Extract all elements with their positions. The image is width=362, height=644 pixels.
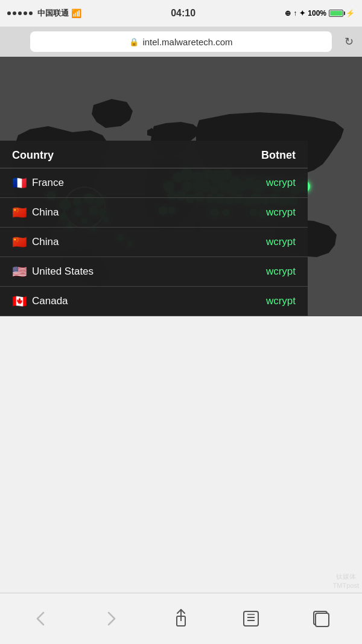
back-button[interactable] <box>23 604 59 634</box>
flag-icon: 🇨🇳 <box>12 205 27 220</box>
url-input[interactable]: 🔒 intel.malwaretech.com <box>30 31 332 52</box>
carrier-label: 中国联通 <box>37 8 69 19</box>
flag-icon: 🇫🇷 <box>12 176 27 190</box>
table-body: 🇫🇷 France wcrypt 🇨🇳 China wcrypt 🇨🇳 Chin… <box>0 168 308 316</box>
row-botnet: wcrypt <box>205 177 296 189</box>
country-name: China <box>32 206 59 218</box>
charging-icon: ⚡ <box>346 9 355 18</box>
table-header: Country Botnet <box>0 141 308 168</box>
clock: 04:10 <box>171 8 195 19</box>
forward-button[interactable] <box>93 604 129 634</box>
share-icon <box>173 609 189 628</box>
country-name: Canada <box>32 295 68 307</box>
row-botnet: wcrypt <box>205 206 296 218</box>
signal-dots <box>7 11 33 15</box>
row-botnet: wcrypt <box>205 236 296 248</box>
reload-button[interactable]: ↻ <box>345 35 354 48</box>
bookmarks-icon <box>243 610 259 627</box>
country-name: China <box>32 236 59 248</box>
table-row[interactable]: 🇨🇦 Canada wcrypt <box>0 287 308 316</box>
battery-icon <box>329 10 343 17</box>
tabs-icon <box>313 610 329 627</box>
country-header: Country <box>12 149 205 162</box>
row-country: 🇨🇦 Canada <box>12 294 205 308</box>
row-botnet: wcrypt <box>205 295 296 307</box>
svg-rect-7 <box>316 613 329 626</box>
bluetooth-icon: ✦ <box>299 9 305 18</box>
browser-bar <box>0 593 362 644</box>
watermark: 钛媒体TMTpost <box>333 572 359 590</box>
bookmarks-button[interactable] <box>233 604 269 634</box>
botnet-header: Botnet <box>205 149 296 162</box>
table-row[interactable]: 🇫🇷 France wcrypt <box>0 168 308 198</box>
row-country: 🇨🇳 China <box>12 235 205 249</box>
status-right: ⊕ ↑ ✦ 100% ⚡ <box>285 9 355 18</box>
row-country: 🇺🇸 United States <box>12 264 205 279</box>
country-name: France <box>32 177 64 189</box>
arrow-icon: ↑ <box>293 9 297 18</box>
share-button[interactable] <box>163 604 199 634</box>
row-country: 🇫🇷 France <box>12 176 205 190</box>
forward-icon <box>105 610 117 627</box>
row-country: 🇨🇳 China <box>12 205 205 220</box>
table-row[interactable]: 🇨🇳 China wcrypt <box>0 228 308 257</box>
flag-icon: 🇺🇸 <box>12 264 27 279</box>
location-icon: ⊕ <box>285 9 291 18</box>
flag-icon: 🇨🇦 <box>12 294 27 308</box>
status-bar: 中国联通 📶 04:10 ⊕ ↑ ✦ 100% ⚡ <box>0 0 362 27</box>
tabs-button[interactable] <box>303 604 339 634</box>
svg-rect-2 <box>244 611 258 626</box>
row-botnet: wcrypt <box>205 266 296 278</box>
status-left: 中国联通 📶 <box>7 8 81 19</box>
url-text: intel.malwaretech.com <box>142 37 232 47</box>
botnet-table: Country Botnet 🇫🇷 France wcrypt 🇨🇳 China… <box>0 141 308 316</box>
battery-percent: 100% <box>308 9 326 18</box>
wifi-icon: 📶 <box>71 8 81 18</box>
back-icon <box>35 610 47 627</box>
country-name: United States <box>32 266 94 278</box>
flag-icon: 🇨🇳 <box>12 235 27 249</box>
content-area <box>0 316 362 593</box>
table-row[interactable]: 🇺🇸 United States wcrypt <box>0 257 308 287</box>
address-bar: 🔒 intel.malwaretech.com ↻ <box>0 27 362 57</box>
map-container: Country Botnet 🇫🇷 France wcrypt 🇨🇳 China… <box>0 57 362 316</box>
table-row[interactable]: 🇨🇳 China wcrypt <box>0 198 308 228</box>
lock-icon: 🔒 <box>129 37 139 46</box>
